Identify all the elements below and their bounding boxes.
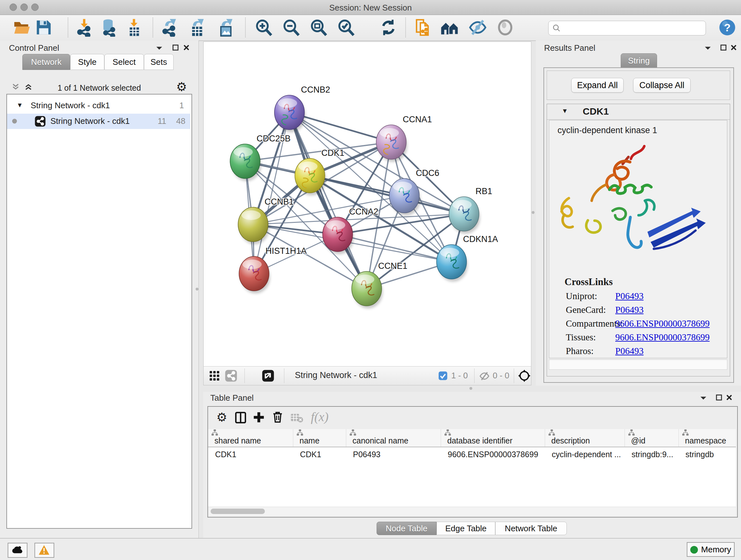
table-cell[interactable]: stringdb:9...	[624, 447, 678, 461]
zoom-selected-icon[interactable]	[337, 18, 355, 37]
import-network-from-database-icon[interactable]	[99, 18, 118, 37]
zoom-out-icon[interactable]	[282, 18, 300, 37]
column-header-shared-name[interactable]: shared name	[208, 429, 293, 447]
app-store-cloud-button[interactable]	[8, 543, 27, 558]
grid-view-icon[interactable]	[209, 370, 220, 381]
table-cell[interactable]: P06493	[346, 447, 441, 461]
add-column-icon[interactable]	[252, 411, 266, 424]
network-edge[interactable]	[289, 112, 367, 289]
birds-eye-view-icon[interactable]	[518, 369, 531, 382]
first-neighbors-icon[interactable]	[441, 18, 459, 37]
zoom-fit-icon[interactable]	[310, 18, 328, 37]
bottom-splitter-handle[interactable]	[469, 387, 472, 390]
crosslink-row: GeneCard:P06493	[566, 305, 727, 315]
collapse-all-button[interactable]: Collapse All	[633, 78, 690, 92]
delete-table-icon[interactable]	[290, 413, 303, 423]
memory-button[interactable]: Memory	[687, 542, 735, 557]
crosslink-link[interactable]: 9606.ENSP00000378699	[615, 318, 710, 328]
show-all-icon[interactable]	[496, 18, 515, 37]
network-node-CCNA2[interactable]: CCNA2	[323, 207, 379, 254]
table-row[interactable]: CDK1CDK1P064939606.ENSP00000378699cyclin…	[208, 447, 736, 461]
table-settings-gear-icon[interactable]: ⚙	[216, 411, 227, 423]
tab-network[interactable]: Network	[22, 54, 70, 70]
tab-network-table[interactable]: Network Table	[495, 522, 567, 535]
left-splitter-handle[interactable]	[196, 288, 199, 291]
network-node-CCNE1[interactable]: CCNE1	[352, 261, 408, 308]
table-cell[interactable]: CDK1	[208, 447, 293, 461]
close-panel-icon[interactable]	[726, 394, 732, 401]
float-panel-icon[interactable]	[172, 44, 179, 51]
column-header-canonical-name[interactable]: canonical name	[346, 429, 441, 447]
right-splitter-handle[interactable]	[532, 211, 535, 214]
save-session-icon[interactable]	[35, 18, 53, 37]
expand-all-button[interactable]: Expand All	[571, 78, 623, 92]
tab-edge-table[interactable]: Edge Table	[436, 522, 495, 535]
crosslink-link[interactable]: 9606.ENSP00000378699	[615, 332, 710, 342]
column-header--id[interactable]: @id	[624, 429, 678, 447]
crosslink-link[interactable]: P06493	[615, 346, 644, 356]
function-builder-icon[interactable]: f(x)	[311, 409, 329, 424]
scrollbar-thumb[interactable]	[211, 509, 265, 514]
import-network-from-file-icon[interactable]	[75, 18, 94, 37]
table-cell[interactable]: CDK1	[293, 447, 346, 461]
hidden-items-eye-icon[interactable]	[479, 370, 490, 382]
gene-section-header[interactable]: ▼ CDK1	[547, 104, 730, 120]
table-cell[interactable]: 9606.ENSP00000378699	[441, 447, 545, 461]
detach-view-icon[interactable]	[262, 369, 274, 382]
panel-menu-icon[interactable]	[700, 395, 707, 401]
warnings-button[interactable]	[35, 543, 54, 558]
crosslink-row: Uniprot:P06493	[566, 291, 727, 301]
network-node-HIST1H1A[interactable]: HIST1H1A	[239, 246, 307, 294]
help-icon[interactable]: ?	[719, 19, 737, 37]
network-node-CCNB1[interactable]: CCNB1	[238, 197, 294, 244]
network-canvas[interactable]: CCNB2CCNA1CDC25BCDK1CDC6RB1CCNB1CCNA2CDK…	[203, 42, 531, 367]
import-table-icon[interactable]	[125, 18, 144, 37]
delete-column-icon[interactable]	[271, 411, 284, 423]
network-node-RB1[interactable]: RB1	[449, 186, 492, 234]
refresh-layout-icon[interactable]	[379, 18, 398, 37]
section-collapse-icon[interactable]: ▼	[562, 107, 568, 115]
network-node-CCNB2[interactable]: CCNB2	[274, 85, 330, 132]
export-image-icon[interactable]	[217, 18, 235, 37]
string-view-icon[interactable]	[225, 369, 238, 382]
expand-collapse-bar: Expand All Collapse All	[547, 71, 730, 100]
tab-string-results[interactable]: String	[621, 53, 657, 68]
export-network-icon[interactable]	[160, 18, 179, 37]
network-row[interactable]: String Network - cdk1 11 48	[7, 114, 190, 129]
tab-sets[interactable]: Sets	[144, 54, 174, 70]
show-columns-icon[interactable]	[234, 411, 247, 424]
network-edge[interactable]	[310, 176, 464, 214]
network-collection-row[interactable]: ▼ String Network - cdk1 1	[7, 98, 190, 114]
table-horizontal-scrollbar[interactable]	[208, 507, 736, 516]
hide-selected-icon[interactable]	[468, 18, 487, 37]
panel-menu-icon[interactable]	[156, 45, 163, 51]
float-panel-icon[interactable]	[716, 394, 722, 401]
table-cell[interactable]: cyclin-dependent ...	[545, 447, 624, 461]
float-panel-icon[interactable]	[720, 44, 727, 51]
results-scrollbar[interactable]	[549, 360, 727, 370]
tab-node-table[interactable]: Node Table	[377, 522, 436, 535]
selected-nodes-checkbox-icon[interactable]	[438, 371, 448, 381]
tab-style[interactable]: Style	[70, 54, 105, 70]
column-header-name[interactable]: name	[293, 429, 346, 447]
search-input[interactable]	[564, 22, 702, 34]
crosslink-link[interactable]: P06493	[615, 305, 644, 315]
column-header-description[interactable]: description	[545, 429, 624, 447]
collection-expand-icon[interactable]: ▼	[17, 102, 23, 109]
panel-menu-icon[interactable]	[704, 45, 711, 51]
close-panel-icon[interactable]	[731, 44, 737, 51]
table-cell[interactable]: stringdb	[678, 447, 736, 461]
network-options-gear-icon[interactable]: ⚙	[176, 81, 187, 93]
crosslink-row: Compartments:9606.ENSP00000378699	[566, 318, 727, 329]
network-node-CCNA1[interactable]: CCNA1	[376, 115, 432, 162]
close-panel-icon[interactable]	[183, 44, 190, 51]
network-node-CDKN1A[interactable]: CDKN1A	[436, 234, 498, 282]
column-header-database-identifier[interactable]: database identifier	[441, 429, 545, 447]
column-header-namespace[interactable]: namespace	[678, 429, 736, 447]
open-session-icon[interactable]	[13, 18, 31, 37]
crosslink-link[interactable]: P06493	[615, 291, 644, 301]
zoom-in-icon[interactable]	[255, 18, 273, 37]
clone-network-icon[interactable]	[414, 18, 433, 37]
tab-select[interactable]: Select	[105, 54, 144, 70]
export-table-icon[interactable]	[188, 18, 207, 37]
